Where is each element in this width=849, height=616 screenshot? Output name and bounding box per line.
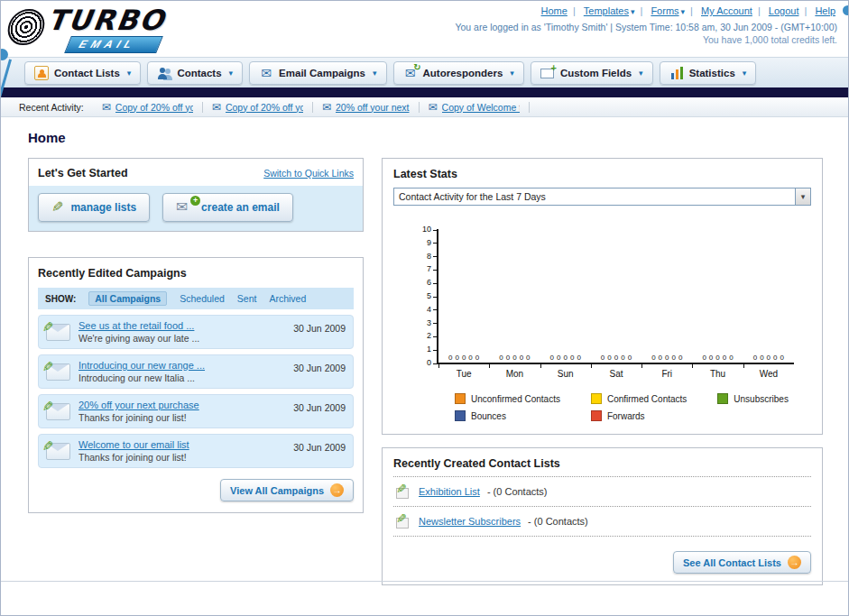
legend-item: Confirmed Contacts: [591, 393, 687, 404]
contact-list-count: - (0 Contacts): [528, 516, 588, 527]
bar-value-label: 0: [499, 354, 503, 362]
legend-item: Unconfirmed Contacts: [455, 393, 560, 404]
legend-item: Bounces: [455, 410, 560, 421]
bar-value-label: 0: [563, 354, 567, 362]
campaign-title-link[interactable]: Welcome to our email list: [78, 439, 285, 450]
campaign-title-link[interactable]: See us at the retail food ...: [78, 320, 285, 331]
x-axis-label: Tue: [438, 369, 489, 379]
link-help[interactable]: Help: [815, 5, 835, 16]
envelope-icon: ✉: [322, 102, 331, 113]
pencil-icon: ✎: [51, 200, 63, 215]
manage-lists-button[interactable]: ✎ manage lists: [38, 193, 150, 222]
nav-tab-contacts[interactable]: Contacts ▾: [147, 61, 243, 85]
create-email-button[interactable]: ✉ + create an email: [162, 193, 293, 222]
campaign-row[interactable]: ✎ 20% off your next purchase Thanks for …: [38, 394, 354, 428]
contact-activity-chart: 01234567891000000Tue00000Mon00000Sun0000…: [417, 229, 811, 421]
bar-value-label: 0: [462, 354, 466, 362]
new-email-icon: ✉ +: [176, 200, 194, 215]
contact-list-link[interactable]: Newsletter Subscribers: [419, 516, 521, 527]
y-axis-tick-label: 7: [419, 265, 431, 273]
envelope-icon: ✉: [429, 102, 438, 113]
link-forms[interactable]: Forms▾: [651, 5, 685, 16]
legend-label: Forwards: [607, 411, 645, 421]
campaign-edit-icon: ✎: [46, 443, 70, 460]
custom-fields-icon: +: [540, 66, 555, 80]
nav-tab-custom-fields[interactable]: + Custom Fields ▾: [531, 61, 653, 85]
campaign-row[interactable]: ✎ Welcome to our email list Thanks for j…: [38, 434, 354, 468]
campaign-title-link[interactable]: Introducing our new range ...: [78, 360, 285, 371]
nav-tab-autoresponders[interactable]: ✉↻ Autoresponders ▾: [393, 61, 524, 85]
nav-tab-email-campaigns[interactable]: ✉ Email Campaigns ▾: [249, 61, 386, 85]
contact-list-link[interactable]: Exhibition List: [419, 486, 480, 497]
chart-bar-group: 00000Mon: [489, 229, 540, 363]
bar-value-label: 0: [767, 354, 771, 362]
filter-all-campaigns[interactable]: All Campaigns: [88, 291, 167, 306]
legend-swatch: [591, 410, 602, 421]
get-started-panel: Let's Get Started Switch to Quick Links …: [28, 158, 364, 232]
bar-value-label: 0: [621, 354, 624, 362]
campaign-date: 30 Jun 2009: [293, 402, 346, 413]
credits-info: You have 1,000 total credits left.: [455, 34, 837, 45]
nav-tab-contact-lists[interactable]: Contact Lists ▾: [24, 61, 141, 85]
bar-value-label: 0: [729, 354, 733, 362]
bar-value-label: 0: [614, 354, 618, 362]
bar-value-labels: 00000: [743, 354, 794, 362]
campaign-date: 30 Jun 2009: [293, 363, 346, 373]
bar-value-labels: 00000: [489, 354, 540, 362]
legend-swatch: [455, 410, 466, 421]
chart-bar-group: 00000Tue: [438, 229, 489, 363]
bar-value-labels: 00000: [540, 354, 591, 362]
y-axis-tick-label: 8: [419, 253, 431, 261]
contact-list-row[interactable]: ✎ Exhibition List - (0 Contacts): [393, 477, 811, 507]
recent-campaigns-title: Recently Edited Campaigns: [38, 267, 354, 280]
contact-list-row[interactable]: ✎ Newsletter Subscribers - (0 Contacts): [393, 507, 811, 537]
top-nav-links: Home Templates▾ Forms▾ My Account Logout…: [455, 5, 837, 16]
bar-value-label: 0: [506, 354, 510, 362]
chevron-down-icon: ▾: [127, 69, 132, 78]
x-axis-label: Sun: [540, 369, 591, 379]
chevron-down-icon: ▾: [681, 7, 686, 16]
recent-activity-item[interactable]: ✉ Copy of 20% off yc: [203, 102, 313, 113]
link-templates[interactable]: Templates▾: [584, 5, 635, 16]
bar-value-labels: 00000: [641, 354, 692, 362]
recent-activity-label: Recent Activity:: [19, 102, 84, 113]
bar-value-label: 0: [628, 354, 632, 362]
main-content: Home Let's Get Started Switch to Quick L…: [1, 117, 848, 601]
campaign-title-link[interactable]: 20% off your next purchase: [78, 400, 285, 410]
bar-value-label: 0: [723, 354, 726, 362]
campaign-edit-icon: ✎: [46, 324, 70, 341]
bar-value-label: 0: [475, 354, 479, 362]
page-title: Home: [28, 130, 821, 145]
nav-tab-statistics[interactable]: Statistics ▾: [660, 61, 757, 85]
bar-value-label: 0: [550, 354, 554, 362]
chevron-down-icon: ▾: [510, 69, 514, 78]
stats-period-select[interactable]: Contact Activity for the Last 7 Days ▾: [393, 188, 811, 206]
logo-text-secondary: EMAIL: [64, 36, 163, 53]
recent-activity-item[interactable]: ✉ 20% off your next: [313, 102, 420, 113]
turbo-email-logo[interactable]: TURBO EMAIL: [8, 4, 234, 54]
y-axis-tick-label: 1: [419, 345, 431, 354]
link-my-account[interactable]: My Account: [701, 5, 752, 16]
logo-text-primary: TURBO: [45, 4, 167, 36]
see-all-contact-lists-button[interactable]: See All Contact Lists →: [673, 551, 811, 574]
bar-value-label: 0: [526, 354, 530, 362]
logo-swoosh-icon: [5, 9, 47, 45]
campaign-date: 30 Jun 2009: [293, 442, 346, 453]
arrow-right-icon: →: [330, 483, 344, 497]
campaign-row[interactable]: ✎ Introducing our new range ... Introduc…: [38, 354, 354, 389]
stats-period-value: Contact Activity for the Last 7 Days: [399, 191, 546, 202]
y-axis-tick-label: 0: [419, 359, 431, 367]
link-logout[interactable]: Logout: [769, 5, 799, 16]
bar-value-label: 0: [448, 354, 452, 362]
bar-value-label: 0: [468, 354, 472, 362]
y-axis-tick-label: 5: [419, 292, 431, 300]
recent-activity-item[interactable]: ✉ Copy of Welcome tc: [420, 102, 530, 113]
filter-sent[interactable]: Sent: [237, 293, 257, 304]
recent-activity-item[interactable]: ✉ Copy of 20% off yc: [93, 102, 203, 113]
view-all-campaigns-button[interactable]: View All Campaigns →: [220, 479, 354, 501]
campaign-row[interactable]: ✎ See us at the retail food ... We're gi…: [38, 315, 354, 349]
filter-scheduled[interactable]: Scheduled: [180, 293, 225, 304]
switch-quick-links-link[interactable]: Switch to Quick Links: [263, 168, 354, 179]
link-home[interactable]: Home: [541, 5, 568, 16]
filter-archived[interactable]: Archived: [269, 293, 306, 304]
